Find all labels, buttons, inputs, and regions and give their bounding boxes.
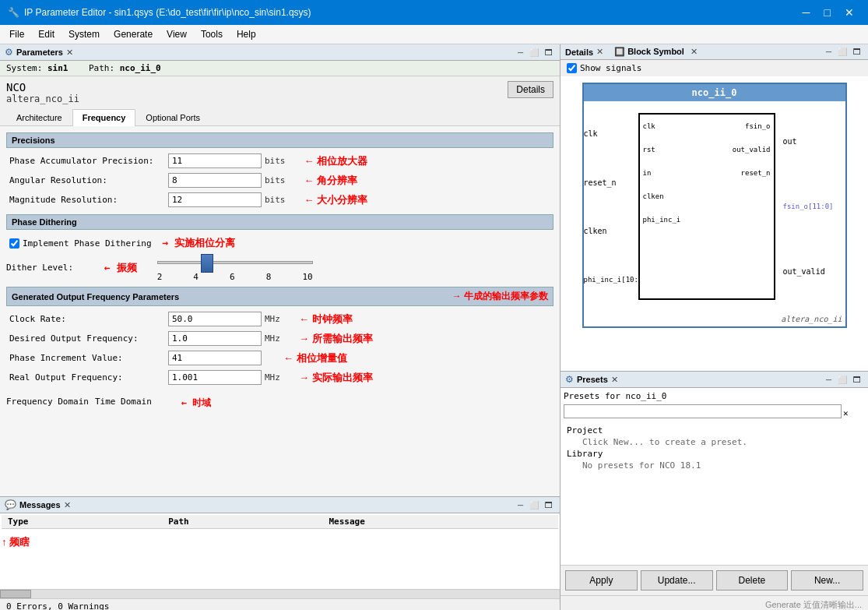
phase-increment-row: Phase Increment Value: ← 相位增量值 <box>6 348 553 368</box>
freq-domain-label: Frequency Domain <box>6 397 89 410</box>
desired-freq-input[interactable] <box>168 331 262 346</box>
tick-2: 2 <box>157 272 163 282</box>
details-close[interactable]: ✕ <box>596 47 603 57</box>
params-minimize-btn[interactable]: ─ <box>515 48 525 58</box>
show-signals-label: Show signals <box>580 63 641 73</box>
magnitude-res-input[interactable] <box>168 192 262 207</box>
tree-project-child: Click New... to create a preset. <box>564 436 865 448</box>
angular-res-input[interactable] <box>168 173 262 188</box>
status-text: 0 Errors, 0 Warnings <box>6 601 109 610</box>
messages-panel: 💬 Messages ✕ ─ ⬜ 🗖 Type Path Mes <box>0 497 560 598</box>
params-maximize-btn[interactable]: 🗖 <box>543 48 555 58</box>
messages-icon: 💬 <box>5 499 16 510</box>
menu-help[interactable]: Help <box>230 26 262 42</box>
annotation-desired-freq: → 所需输出频率 <box>299 332 373 346</box>
details-button[interactable]: Details <box>508 81 553 98</box>
details-minimize-btn[interactable]: ─ <box>824 47 834 57</box>
update-button[interactable]: Update... <box>641 570 713 591</box>
annotation-dithering: → 实施相位分离 <box>163 236 236 250</box>
params-restore-btn[interactable]: ⬜ <box>527 48 541 58</box>
magnitude-res-unit: bits <box>265 195 286 205</box>
implement-dithering-row: Implement Phase Dithering → 实施相位分离 <box>6 233 553 253</box>
messages-panel-header: 💬 Messages ✕ ─ ⬜ 🗖 <box>0 497 560 513</box>
dither-level-row: Dither Level: ← 振频 2 4 6 8 <box>6 253 553 282</box>
clock-rate-label: Clock Rate: <box>9 314 165 324</box>
tree-library-child: No presets for NCO 18.1 <box>564 460 865 471</box>
menu-generate[interactable]: Generate <box>107 26 159 42</box>
annotation-magnitude-res: ← 大小分辨率 <box>304 193 368 207</box>
tab-architecture[interactable]: Architecture <box>6 109 72 125</box>
tab-optional-ports[interactable]: Optional Ports <box>135 109 210 125</box>
inner-block: clk rst in clken phi_inc_i fsin_o out_va… <box>638 113 775 300</box>
delete-button[interactable]: Delete <box>716 570 789 591</box>
block-diagram: nco_ii_0 clk reset_n clken phi_inc_i[10:… <box>582 83 847 328</box>
title-bar-left: 🔧 IP Parameter Editor - sin1.qsys (E:\do… <box>8 7 311 18</box>
presets-restore-btn[interactable]: ⬜ <box>835 375 849 385</box>
presets-maximize-btn[interactable]: 🗖 <box>851 375 863 385</box>
new-button[interactable]: New... <box>791 570 863 591</box>
apply-button[interactable]: Apply <box>565 570 638 591</box>
maximize-button[interactable]: □ <box>818 5 837 20</box>
title-bar-controls: ─ □ ✕ <box>796 5 860 20</box>
port-phi-outer: phi_inc_i[10:0] <box>584 276 631 284</box>
messages-minimize-btn[interactable]: ─ <box>515 500 525 510</box>
annotation-output-title: → 牛成的输出频率参数 <box>452 290 548 303</box>
real-output-unit: MHz <box>265 372 280 383</box>
minimize-button[interactable]: ─ <box>796 5 817 20</box>
presets-minimize-btn[interactable]: ─ <box>824 375 834 385</box>
block-symbol-tab[interactable]: 🔲 Block Symbol <box>614 47 684 57</box>
presets-search-input[interactable] <box>564 404 842 418</box>
port-clk-outer: clk <box>584 129 631 138</box>
phase-acc-row: Phase Accumulator Precision: bits ← 相位放大… <box>6 151 553 171</box>
inner-port-phi: phi_inc_i <box>643 216 681 224</box>
system-label: System: <box>6 63 42 73</box>
bottom-tabs-hint: Frequency Domain Time Domain ← 时域 <box>6 397 553 410</box>
output-freq-section-header: Generated Output Frequency Parameters → … <box>6 287 553 306</box>
menu-system[interactable]: System <box>62 26 106 42</box>
slider-thumb[interactable] <box>201 254 213 273</box>
presets-clear-btn[interactable]: ✕ <box>843 408 849 418</box>
port-out-outer: out <box>783 137 845 146</box>
real-output-input[interactable] <box>168 370 262 385</box>
menu-view[interactable]: View <box>160 26 193 42</box>
details-title: Details <box>565 48 593 57</box>
implement-dithering-checkbox[interactable] <box>9 238 19 249</box>
output-freq-fields: Clock Rate: MHz ← 时钟频率 Desired Output Fr… <box>6 309 553 387</box>
menu-tools[interactable]: Tools <box>195 26 229 42</box>
show-signals-checkbox[interactable] <box>567 63 577 73</box>
frequency-content: Precisions Phase Accumulator Precision: … <box>0 126 560 496</box>
messages-scrollbar[interactable] <box>0 589 560 598</box>
magnitude-res-row: Magnitude Resolution: bits ← 大小分辨率 <box>6 190 553 210</box>
show-signals-row: Show signals <box>561 60 868 76</box>
port-fsin-outer: fsin_o[11:0] <box>783 203 845 210</box>
clock-rate-input[interactable] <box>168 312 262 326</box>
close-button[interactable]: ✕ <box>838 5 860 20</box>
presets-icon: ⚙ <box>565 374 574 385</box>
component-name: NCO <box>6 81 79 93</box>
details-header-left: Details ✕ 🔲 Block Symbol ✕ <box>565 47 698 57</box>
slider-track <box>157 261 313 264</box>
messages-maximize-btn[interactable]: 🗖 <box>543 500 555 510</box>
details-restore-btn[interactable]: ⬜ <box>835 47 849 57</box>
parameters-close[interactable]: ✕ <box>66 48 73 58</box>
block-symbol-close[interactable]: ✕ <box>691 47 698 57</box>
messages-close[interactable]: ✕ <box>64 500 71 510</box>
menu-file[interactable]: File <box>3 26 30 42</box>
messages-restore-btn[interactable]: ⬜ <box>527 500 541 510</box>
presets-for-label: Presets for nco_ii_0 <box>564 391 865 401</box>
desired-freq-label: Desired Output Frequency: <box>9 333 165 344</box>
block-title: nco_ii_0 <box>584 84 845 101</box>
presets-search-row: ✕ <box>564 404 865 421</box>
details-maximize-btn[interactable]: 🗖 <box>851 47 863 57</box>
desired-freq-unit: MHz <box>265 333 280 344</box>
phase-acc-input[interactable] <box>168 153 262 168</box>
generate-text: Generate 近值清晰输出... <box>765 599 862 610</box>
port-reset-outer: reset_n <box>584 178 631 187</box>
output-freq-title: Generated Output Frequency Parameters <box>12 292 179 301</box>
block-body: clk reset_n clken phi_inc_i[10:0] clk rs… <box>584 101 845 312</box>
tab-frequency[interactable]: Frequency <box>72 109 136 126</box>
phase-increment-input[interactable] <box>168 351 262 365</box>
menu-edit[interactable]: Edit <box>32 26 61 42</box>
presets-close[interactable]: ✕ <box>611 375 618 385</box>
title-bar: 🔧 IP Parameter Editor - sin1.qsys (E:\do… <box>0 0 868 25</box>
